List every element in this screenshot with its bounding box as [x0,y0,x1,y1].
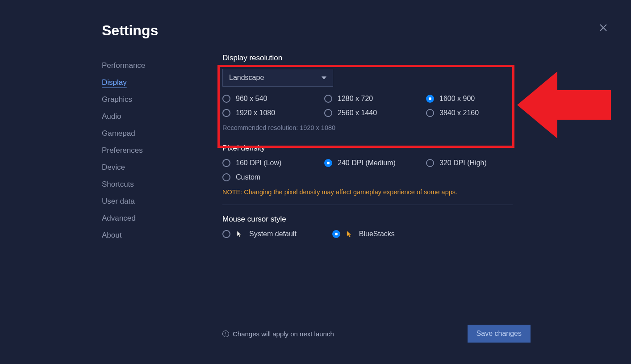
info-icon: ! [222,331,229,337]
radio-icon [426,159,434,167]
save-changes-button[interactable]: Save changes [468,325,531,343]
cursor-style-title: Mouse cursor style [222,215,517,224]
resolution-radio-1280x720[interactable]: 1280 x 720 [324,95,426,103]
radio-icon [222,173,230,181]
radio-icon [222,159,230,167]
pixel-density-title: Pixel density [222,144,517,153]
sidebar-item-shortcuts[interactable]: Shortcuts [102,176,191,193]
radio-label: 240 DPI (Medium) [338,159,396,167]
cursor-radio-system-default[interactable]: System default [222,230,297,238]
radio-label: 2560 x 1440 [338,109,377,117]
radio-icon [222,95,230,103]
cursor-style-options: System default BlueStacks [222,230,517,238]
page-title: Settings [102,22,158,39]
section-pixel-density: Pixel density 160 DPI (Low) 240 DPI (Med… [222,144,517,205]
sidebar-item-graphics[interactable]: Graphics [102,91,191,108]
cursor-bluestacks-icon [346,230,354,238]
sidebar-item-about[interactable]: About [102,227,191,244]
dpi-radio-160[interactable]: 160 DPI (Low) [222,159,324,167]
section-resolution: Display resolution Landscape 960 x 540 1… [222,54,517,131]
radio-label: 160 DPI (Low) [236,159,281,167]
radio-icon [332,230,340,238]
main-panel: Display resolution Landscape 960 x 540 1… [222,54,517,248]
radio-icon [324,109,332,117]
sidebar-item-user-data[interactable]: User data [102,193,191,210]
radio-icon [222,230,230,238]
cursor-radio-bluestacks[interactable]: BlueStacks [332,230,395,238]
divider [222,205,513,205]
pixel-density-options: 160 DPI (Low) 240 DPI (Medium) 320 DPI (… [222,159,517,181]
resolution-recommended: Recommended resolution: 1920 x 1080 [222,124,517,131]
orientation-value: Landscape [229,74,264,82]
resolution-radio-3840x2160[interactable]: 3840 x 2160 [426,109,528,117]
radio-icon [324,95,332,103]
orientation-select[interactable]: Landscape [222,69,333,87]
dpi-radio-custom[interactable]: Custom [222,173,324,181]
radio-icon [324,159,332,167]
resolution-radio-960x540[interactable]: 960 x 540 [222,95,324,103]
resolution-options: 960 x 540 1280 x 720 1600 x 900 1920 x 1… [222,95,517,117]
radio-icon [426,95,434,103]
radio-label: 3840 x 2160 [439,109,479,117]
footer: ! Changes will apply on next launch Save… [222,325,531,343]
radio-label: Custom [236,173,260,181]
sidebar-item-display[interactable]: Display [102,74,191,91]
sidebar-item-audio[interactable]: Audio [102,108,191,125]
dpi-radio-240[interactable]: 240 DPI (Medium) [324,159,426,167]
sidebar-item-device[interactable]: Device [102,159,191,176]
resolution-radio-1600x900[interactable]: 1600 x 900 [426,95,528,103]
radio-label: 1920 x 1080 [236,109,275,117]
cursor-system-icon [236,230,244,238]
sidebar-item-gamepad[interactable]: Gamepad [102,125,191,142]
close-button[interactable] [597,21,610,34]
radio-label: 960 x 540 [236,95,267,103]
section-cursor-style: Mouse cursor style System default BlueSt… [222,215,517,238]
sidebar-item-advanced[interactable]: Advanced [102,210,191,227]
radio-icon [426,109,434,117]
resolution-radio-1920x1080[interactable]: 1920 x 1080 [222,109,324,117]
radio-label: 1600 x 900 [439,95,475,103]
resolution-title: Display resolution [222,54,517,63]
radio-icon [222,109,230,117]
dpi-radio-320[interactable]: 320 DPI (High) [426,159,528,167]
sidebar-item-performance[interactable]: Performance [102,57,191,74]
sidebar-item-preferences[interactable]: Preferences [102,142,191,159]
footer-message: ! Changes will apply on next launch [222,330,334,338]
radio-label: BlueStacks [359,230,395,238]
resolution-radio-2560x1440[interactable]: 2560 x 1440 [324,109,426,117]
annotation-arrow-icon [517,71,611,138]
pixel-density-note: NOTE: Changing the pixel density may aff… [222,188,517,196]
radio-label: System default [249,230,297,238]
chevron-down-icon [322,75,326,80]
radio-label: 1280 x 720 [338,95,373,103]
footer-text: Changes will apply on next launch [233,330,334,338]
sidebar: Performance Display Graphics Audio Gamep… [102,57,191,244]
radio-label: 320 DPI (High) [439,159,487,167]
close-icon [599,23,608,32]
